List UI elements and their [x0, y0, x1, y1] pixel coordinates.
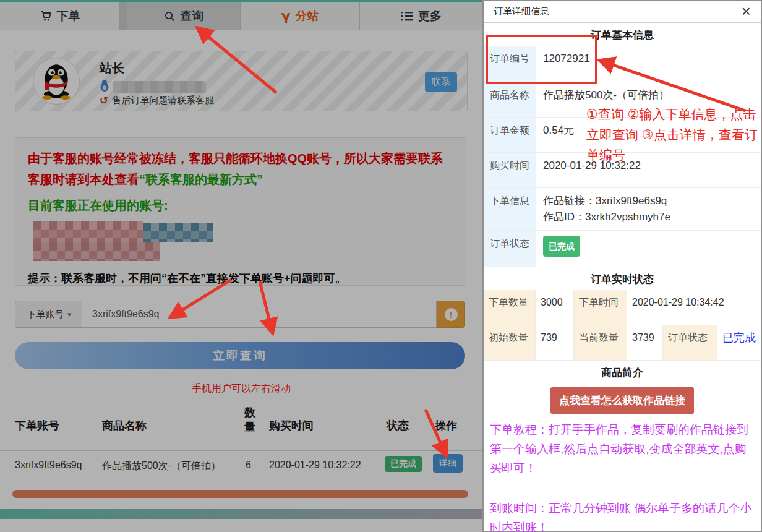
- col-header-action: 操作: [435, 418, 457, 433]
- product-button-wrap: 点我查看怎么获取作品链接: [484, 387, 761, 414]
- notice-red-text: 由于客服的账号经常被冻结，客服只能循环地换QQ账号，所以大家需要联系客服时请到本…: [28, 148, 453, 190]
- cell-status: 已完成: [385, 456, 422, 472]
- value-order-status: 已完成: [536, 231, 761, 267]
- warning-button[interactable]: !: [437, 301, 465, 328]
- realtime-row-2: 初始数量 739 当前数量 3739 订单状态 已完成: [484, 325, 761, 361]
- value-order-id: 12072921: [536, 46, 761, 82]
- profile-card: 站长 ↺ 售后订单问题请联系客服 联系: [15, 51, 468, 111]
- page: 下单 查询 γ 分站 更多: [0, 0, 762, 532]
- tab-substation[interactable]: γ 分站: [241, 2, 359, 30]
- row-order-amount: 订单金额 0.54元: [484, 118, 761, 153]
- drawer-title: 订单详细信息: [494, 6, 549, 17]
- value-order-quantity: 3000: [536, 290, 574, 325]
- select-value: 下单账号: [27, 309, 64, 320]
- profile-account-row: [100, 80, 206, 94]
- basic-info-section-title: 订单基本信息: [484, 23, 761, 46]
- label-initial-quantity: 初始数量: [484, 325, 536, 360]
- realtime-section-title: 订单实时状态: [484, 267, 761, 290]
- label-order-quantity: 下单数量: [484, 290, 536, 325]
- col-header-status: 状态: [387, 418, 409, 433]
- notice-box: 由于客服的账号经常被冻结，客服只能循环地换QQ账号，所以大家需要联系客服时请到本…: [15, 137, 466, 286]
- main-page: 下单 查询 γ 分站 更多: [0, 0, 482, 532]
- pixelated-block-pink-1: [33, 221, 143, 242]
- account-input[interactable]: [82, 301, 437, 328]
- after-sale-row: ↺ 售后订单问题请联系客服: [100, 95, 214, 106]
- bottom-accent-bar: [0, 509, 482, 519]
- col-header-product: 商品名称: [102, 418, 147, 433]
- tab-substation-label: 分站: [296, 8, 319, 24]
- label-order-status: 订单状态: [484, 231, 536, 267]
- product-section-title: 商品简介: [484, 361, 761, 384]
- label-order-amount: 订单金额: [484, 118, 536, 152]
- row-purchase-time: 购买时间 2020-01-29 10:32:22: [484, 153, 761, 188]
- chevron-down-icon: ▾: [67, 311, 71, 319]
- tab-order[interactable]: 下单: [0, 2, 119, 30]
- work-link: 作品链接：3xrifx9ft9e6s9q: [543, 193, 753, 209]
- profile-name: 站长: [100, 60, 124, 77]
- get-link-button[interactable]: 点我查看怎么获取作品链接: [550, 387, 694, 414]
- col-header-quantity: 数量: [243, 406, 257, 435]
- value-order-time: 2020-01-29 10:34:42: [627, 290, 761, 325]
- branch-icon: γ: [281, 9, 291, 23]
- tab-more[interactable]: 更多: [360, 2, 482, 30]
- horizontal-scrollbar[interactable]: [12, 490, 468, 498]
- tab-query-label: 查询: [181, 8, 204, 24]
- col-header-account: 下单账号: [15, 418, 59, 433]
- tab-query[interactable]: 查询: [127, 2, 240, 30]
- label-order-status-rt: 订单状态: [663, 325, 717, 360]
- notice-current-account-label: 目前客服正在使用的账号:: [28, 197, 453, 214]
- pixelated-block-blue: [143, 223, 213, 242]
- order-detail-drawer: 订单详细信息 × 订单基本信息 订单编号 12072921 商品名称 作品播放5…: [482, 0, 762, 532]
- swipe-hint: 手机用户可以左右滑动: [0, 382, 482, 395]
- account-type-select[interactable]: 下单账号 ▾: [15, 301, 83, 328]
- cell-account: 3xrifx9ft9e6s9q: [15, 460, 82, 471]
- tab-more-label: 更多: [418, 8, 442, 24]
- status-badge-drawer: 已完成: [543, 236, 580, 257]
- value-purchase-time: 2020-01-29 10:32:22: [536, 153, 761, 187]
- detail-button[interactable]: 详细: [433, 454, 463, 473]
- cell-quantity: 6: [246, 460, 251, 471]
- label-current-quantity: 当前数量: [574, 325, 627, 360]
- col-header-time: 购买时间: [269, 418, 314, 433]
- basic-info-table: 订单编号 12072921 商品名称 作品播放500次-（可倍拍） 订单金额 0…: [484, 46, 761, 267]
- notice-tip: 提示：联系客服时，不用问“在不在”直接发下单账号+问题即可。: [28, 271, 453, 286]
- status-badge: 已完成: [385, 456, 422, 472]
- arrival-text: 到账时间：正常几分钟到账 偶尔单子多的话几个小时内到账！: [490, 499, 755, 532]
- exclamation-icon: !: [445, 308, 458, 321]
- value-order-info: 作品链接：3xrifx9ft9e6s9q 作品ID：3xrkh2vpshmyh7…: [536, 188, 761, 230]
- realtime-row-1: 下单数量 3000 下单时间 2020-01-29 10:34:42: [484, 290, 761, 325]
- value-product-name: 作品播放500次-（可倍拍）: [536, 82, 761, 117]
- censored-accounts: [28, 221, 453, 262]
- realtime-table: 下单数量 3000 下单时间 2020-01-29 10:34:42 初始数量 …: [484, 290, 761, 361]
- history-icon: ↺: [100, 95, 108, 106]
- value-current-quantity: 3739: [627, 325, 663, 360]
- cell-time: 2020-01-29 10:32:22: [269, 460, 361, 471]
- contact-button[interactable]: 联系: [425, 72, 457, 92]
- cart-icon: [40, 10, 52, 22]
- drawer-header: 订单详细信息 ×: [484, 1, 761, 23]
- notice-green-inline: “联系客服的最新方式”: [139, 173, 263, 186]
- tutorial-text: 下单教程：打开手手作品，复制要刷的作品链接到第一个输入框,然后点自动获取,变成全…: [490, 420, 755, 478]
- row-order-status: 订单状态 已完成: [484, 231, 761, 267]
- table-divider: [0, 450, 482, 451]
- close-icon[interactable]: ×: [738, 1, 755, 21]
- label-order-info: 下单信息: [484, 188, 536, 230]
- qq-avatar: [33, 58, 80, 105]
- value-order-status-rt[interactable]: 已完成: [717, 325, 761, 360]
- row-product-name: 商品名称 作品播放500次-（可倍拍）: [484, 82, 761, 118]
- blurred-account: [113, 81, 206, 93]
- search-icon: [164, 11, 176, 22]
- value-initial-quantity: 739: [536, 325, 574, 360]
- table-divider-bottom: [0, 481, 482, 481]
- after-sale-note: 售后订单问题请联系客服: [112, 95, 214, 106]
- label-order-id: 订单编号: [484, 46, 536, 82]
- label-product-name: 商品名称: [484, 82, 536, 117]
- row-order-id: 订单编号 12072921: [484, 46, 761, 82]
- query-now-button[interactable]: 立即查询: [15, 342, 465, 369]
- pixelated-block-pink-2: [33, 242, 160, 261]
- work-id: 作品ID：3xrkh2vpshmyh7e: [543, 209, 753, 225]
- label-purchase-time: 购买时间: [484, 153, 536, 187]
- label-order-time: 下单时间: [574, 290, 627, 325]
- row-order-info: 下单信息 作品链接：3xrifx9ft9e6s9q 作品ID：3xrkh2vps…: [484, 188, 761, 231]
- qq-penguin-icon: [100, 80, 109, 94]
